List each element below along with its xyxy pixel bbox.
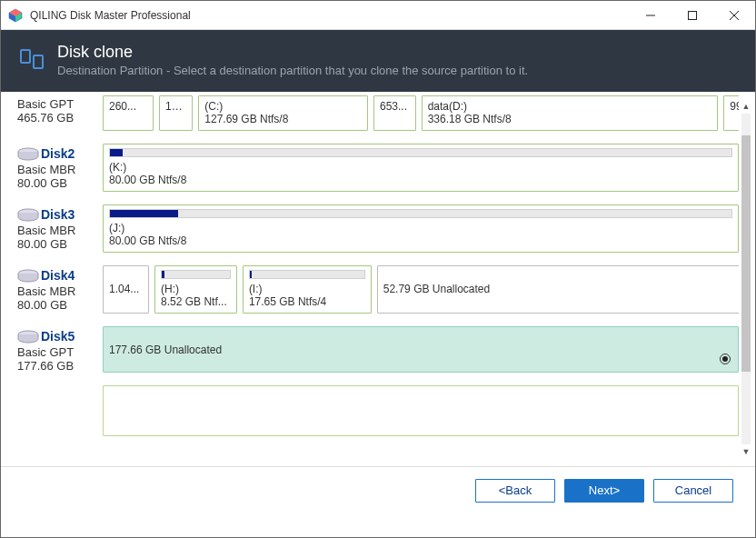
disk-size: 177.66 GB [17, 359, 103, 373]
hdd-icon [17, 146, 39, 163]
partition-info: 16.... [165, 100, 186, 113]
partition-info: 80.00 GB Ntfs/8 [109, 174, 732, 186]
disk-type: Basic GPT [17, 345, 103, 359]
disk-size: 465.76 GB [17, 111, 103, 125]
partition-info: 80.00 GB Ntfs/8 [109, 234, 732, 247]
content-area: Basic GPT465.76 GB260...16....(C:)127.69… [1, 92, 755, 466]
disk-info: Disk3Basic MBR80.00 GB [17, 204, 103, 253]
disk-size: 80.00 GB [17, 237, 103, 251]
partition[interactable]: (K:)80.00 GB Ntfs/8 [103, 144, 739, 192]
selected-radio-icon [720, 354, 731, 364]
partition[interactable]: (I:)17.65 GB Ntfs/4 [243, 265, 372, 314]
disk-row: Disk5Basic GPT177.66 GB177.66 GB Unalloc… [17, 326, 739, 373]
partition-letter: data(D:) [428, 100, 712, 113]
partition-bar: (K:)80.00 GB Ntfs/8 [103, 144, 739, 192]
partition-info: 336.18 GB Ntfs/8 [428, 113, 712, 125]
disk-row: Disk3Basic MBR80.00 GB(J:)80.00 GB Ntfs/… [17, 204, 739, 253]
partition-info: 8.52 GB Ntf... [161, 295, 231, 308]
partition-placeholder [103, 385, 739, 436]
page-subtitle: Destination Partition - Select a destina… [57, 64, 737, 77]
partition[interactable]: (C:)127.69 GB Ntfs/8 [198, 95, 368, 131]
titlebar: QILING Disk Master Professional [1, 1, 755, 30]
partition-info: 995... [730, 100, 739, 113]
hdd-icon [17, 329, 39, 345]
header: Disk clone Destination Partition - Selec… [1, 30, 755, 92]
partition-bar: 260...16....(C:)127.69 GB Ntfs/8653...da… [103, 95, 739, 131]
partition-letter: (J:) [109, 222, 732, 234]
disk-type: Basic MBR [17, 284, 103, 298]
partition-letter: (C:) [204, 100, 362, 113]
disk-name: Disk2 [41, 146, 75, 161]
svg-rect-4 [689, 11, 697, 19]
disk-info: Disk2Basic MBR80.00 GB [17, 144, 103, 192]
partition-bar: 177.66 GB Unallocated [103, 326, 739, 373]
disk-name: Disk3 [41, 207, 75, 222]
disk-type: Basic MBR [17, 224, 103, 237]
disk-list[interactable]: Basic GPT465.76 GB260...16....(C:)127.69… [17, 95, 739, 463]
back-button[interactable]: <Back [475, 479, 555, 503]
hdd-icon [17, 268, 39, 284]
partition[interactable]: data(D:)336.18 GB Ntfs/8 [422, 95, 719, 131]
partition-letter: (H:) [161, 283, 231, 295]
page-title: Disk clone [57, 43, 737, 62]
usage-bar [109, 148, 732, 157]
partition-info: 127.69 GB Ntfs/8 [204, 113, 362, 125]
partition[interactable]: 16.... [159, 95, 193, 131]
partition[interactable]: (H:)8.52 GB Ntf... [154, 265, 237, 314]
minimize-button[interactable] [630, 1, 671, 30]
close-button[interactable] [713, 1, 755, 30]
partition-unallocated[interactable]: 177.66 GB Unallocated [103, 326, 739, 373]
partition-bar: 1.04...(H:)8.52 GB Ntf...(I:)17.65 GB Nt… [103, 265, 739, 314]
partition[interactable]: 653... [373, 95, 416, 131]
next-button[interactable]: Next> [564, 479, 644, 503]
partition-info: 1.04... [109, 283, 143, 295]
disk-info: Disk5Basic GPT177.66 GB [17, 326, 103, 373]
maximize-button[interactable] [671, 1, 713, 30]
partition-letter: (K:) [109, 161, 732, 174]
usage-bar [249, 270, 365, 279]
cancel-button[interactable]: Cancel [653, 479, 733, 503]
scroll-thumb[interactable] [741, 135, 751, 372]
partition-info: 17.65 GB Ntfs/4 [249, 295, 365, 308]
disk-clone-icon [19, 46, 45, 72]
disk-size: 80.00 GB [17, 298, 103, 312]
disk-row: Disk4Basic MBR80.00 GB1.04...(H:)8.52 GB… [17, 265, 739, 314]
partition-info: 653... [380, 100, 410, 113]
hdd-icon [17, 207, 39, 224]
partition[interactable]: (J:)80.00 GB Ntfs/8 [103, 204, 739, 253]
partition-bar: (J:)80.00 GB Ntfs/8 [103, 204, 739, 253]
disk-row: Disk2Basic MBR80.00 GB(K:)80.00 GB Ntfs/… [17, 144, 739, 192]
partition-unallocated[interactable]: 1.04... [103, 265, 149, 314]
partition-info: 52.79 GB Unallocated [383, 283, 739, 295]
partition-letter: (I:) [249, 283, 365, 295]
disk-name: Disk4 [41, 268, 75, 283]
disk-name: Disk5 [41, 329, 75, 344]
scroll-down-icon[interactable]: ▼ [739, 444, 753, 459]
scrollbar[interactable]: ▲ ▼ [739, 99, 753, 459]
disk-info: Basic GPT465.76 GB [17, 95, 103, 131]
footer: <Back Next> Cancel [1, 466, 755, 513]
svg-rect-8 [34, 55, 43, 68]
usage-bar [109, 209, 732, 218]
disk-row: Basic GPT465.76 GB260...16....(C:)127.69… [17, 95, 739, 131]
disk-type: Basic MBR [17, 163, 103, 176]
scroll-up-icon[interactable]: ▲ [739, 99, 753, 114]
disk-size: 80.00 GB [17, 176, 103, 190]
window-title: QILING Disk Master Professional [30, 9, 630, 22]
disk-type: Basic GPT [17, 97, 103, 111]
partition-info: 177.66 GB Unallocated [109, 344, 732, 356]
partition-unallocated[interactable]: 52.79 GB Unallocated [377, 265, 739, 314]
svg-rect-7 [21, 50, 30, 63]
app-logo-icon [8, 8, 23, 23]
partition[interactable]: 260... [103, 95, 154, 131]
partition-info: 260... [109, 100, 147, 113]
partition[interactable]: 995... [723, 95, 739, 131]
usage-bar [161, 270, 231, 279]
disk-info: Disk4Basic MBR80.00 GB [17, 265, 103, 314]
